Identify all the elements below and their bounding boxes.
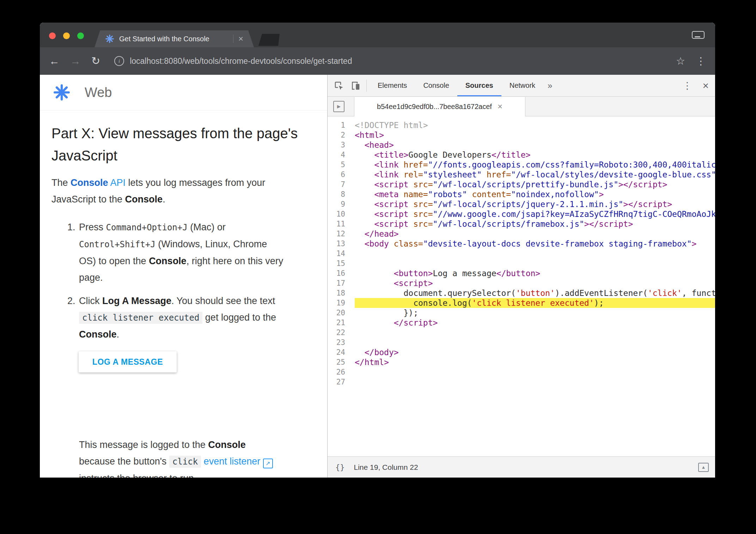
line-number[interactable]: 24 [328, 347, 350, 357]
code-line[interactable]: }); [355, 308, 715, 318]
code-area[interactable]: <!DOCTYPE html><html> <head> <title>Goog… [350, 116, 715, 456]
url-text[interactable]: localhost:8080/web/tools/chrome-devtools… [130, 56, 352, 66]
window-zoom-button[interactable] [77, 32, 84, 39]
source-file-tab[interactable]: b54ee1d9c9edf0b...7bee8a1672acef × [354, 97, 525, 116]
line-number[interactable]: 22 [328, 328, 350, 338]
code-line[interactable]: </head> [355, 229, 715, 239]
code-line[interactable] [355, 367, 715, 377]
site-title[interactable]: Web [85, 85, 112, 100]
line-number[interactable]: 10 [328, 209, 350, 219]
page-info-icon[interactable]: i [114, 56, 124, 66]
devtools-menu-icon[interactable]: ⋮ [682, 80, 692, 91]
line-number[interactable]: 13 [328, 239, 350, 249]
code-line[interactable] [355, 377, 715, 387]
code-line[interactable]: <!DOCTYPE html> [355, 120, 715, 130]
browser-menu-icon[interactable]: ⋮ [696, 55, 706, 67]
code-line[interactable]: <script> [355, 278, 715, 288]
code-line[interactable]: <body class="devsite-layout-docs devsite… [355, 239, 715, 249]
inline-link[interactable]: Console [71, 177, 108, 188]
tab-elements[interactable]: Elements [370, 75, 415, 96]
line-number[interactable]: 20 [328, 308, 350, 318]
line-number[interactable]: 3 [328, 140, 350, 150]
browser-toolbar: ← → ↻ i localhost:8080/web/tools/chrome-… [40, 47, 715, 75]
code-line[interactable]: <button>Log a message</button> [355, 268, 715, 278]
line-number[interactable]: 25 [328, 357, 350, 367]
cast-indicator-icon[interactable] [692, 31, 705, 39]
text-segment: Click [79, 296, 102, 306]
site-logo-icon[interactable] [53, 84, 71, 101]
code-line[interactable] [355, 259, 715, 268]
code-line[interactable]: <meta name="robots" content="noindex,nof… [355, 189, 715, 199]
tab-console[interactable]: Console [415, 75, 457, 96]
code-line[interactable]: </script> [355, 318, 715, 328]
text-segment [201, 456, 204, 467]
tab-close-icon[interactable]: × [238, 35, 243, 43]
code-line[interactable]: <script src="//www.google.com/jsapi?key=… [355, 209, 715, 219]
line-number[interactable]: 26 [328, 367, 350, 377]
line-number[interactable]: 17 [328, 278, 350, 288]
list-item-number: 2. [67, 293, 75, 309]
external-link-icon[interactable]: ↗ [263, 459, 273, 468]
toggle-drawer-icon[interactable]: ▲ [698, 463, 709, 472]
device-toolbar-icon[interactable] [350, 80, 361, 91]
line-number[interactable]: 7 [328, 180, 350, 189]
code-line[interactable]: document.querySelector('button').addEven… [355, 288, 715, 298]
log-a-message-button[interactable]: LOG A MESSAGE [79, 351, 177, 372]
line-number-gutter[interactable]: 1234567891011121314151617181920212223242… [328, 116, 350, 456]
line-number[interactable]: 23 [328, 338, 350, 347]
code-line[interactable]: <html> [355, 130, 715, 140]
code-line[interactable] [355, 338, 715, 347]
line-number[interactable]: 11 [328, 219, 350, 229]
line-number[interactable]: 4 [328, 150, 350, 160]
source-file-name: b54ee1d9c9edf0b...7bee8a1672acef [377, 103, 492, 111]
line-number[interactable]: 8 [328, 189, 350, 199]
line-number[interactable]: 18 [328, 288, 350, 298]
line-number[interactable]: 1 [328, 120, 350, 130]
back-button[interactable]: ← [49, 56, 60, 66]
source-editor[interactable]: 1234567891011121314151617181920212223242… [328, 116, 715, 456]
code-line[interactable]: </html> [355, 357, 715, 367]
inspect-element-icon[interactable] [334, 80, 344, 91]
reload-button[interactable]: ↻ [91, 56, 100, 66]
file-tab-close-icon[interactable]: × [498, 102, 502, 111]
line-number[interactable]: 27 [328, 377, 350, 387]
code-line[interactable]: <link rel="stylesheet" href="/wf-local/s… [355, 170, 715, 180]
code-line[interactable]: <script src="/wf-local/scripts/framebox.… [355, 219, 715, 229]
forward-button[interactable]: → [70, 56, 81, 66]
url-field[interactable]: i localhost:8080/web/tools/chrome-devtoo… [114, 56, 665, 66]
more-tabs-icon[interactable]: » [543, 75, 556, 96]
inline-link[interactable]: event listener [204, 456, 261, 467]
line-number[interactable]: 16 [328, 268, 350, 278]
line-number[interactable]: 14 [328, 249, 350, 259]
code-line[interactable]: <link href="//fonts.googleapis.com/css?f… [355, 160, 715, 170]
code-line[interactable]: </body> [355, 347, 715, 357]
devtools-close-icon[interactable]: × [702, 80, 709, 91]
window-minimize-button[interactable] [63, 32, 70, 39]
browser-tab[interactable]: Get Started with the Console × [94, 30, 254, 47]
line-number[interactable]: 5 [328, 160, 350, 170]
code-line[interactable]: <head> [355, 140, 715, 150]
line-number[interactable]: 19 [328, 298, 350, 308]
code-line[interactable]: <title>Google Developers</title> [355, 150, 715, 160]
code-line[interactable]: console.log('click listener executed'); [355, 298, 715, 308]
tab-network[interactable]: Network [501, 75, 543, 96]
inline-link[interactable]: API [108, 177, 126, 188]
pretty-print-icon[interactable]: {} [335, 463, 345, 472]
code-line[interactable] [355, 328, 715, 338]
code-line[interactable] [355, 249, 715, 259]
tab-sources[interactable]: Sources [457, 75, 501, 96]
line-number[interactable]: 15 [328, 259, 350, 268]
code-line[interactable]: <script src="/wf-local/scripts/prettify-… [355, 180, 715, 189]
line-number[interactable]: 21 [328, 318, 350, 328]
line-number[interactable]: 12 [328, 229, 350, 239]
list-item-text: Press Command+Option+J (Mac) orControl+S… [79, 219, 306, 286]
line-number[interactable]: 6 [328, 170, 350, 180]
window-close-button[interactable] [49, 32, 56, 39]
bookmark-star-icon[interactable]: ☆ [676, 55, 685, 67]
line-number[interactable]: 2 [328, 130, 350, 140]
navigator-toggle-icon[interactable]: ▶ [333, 101, 345, 112]
new-tab-button[interactable] [258, 34, 280, 46]
line-number[interactable]: 9 [328, 199, 350, 209]
footer-paragraph: This message is logged to the Consolebec… [79, 437, 305, 478]
code-line[interactable]: <script src="/wf-local/scripts/jquery-2.… [355, 199, 715, 209]
